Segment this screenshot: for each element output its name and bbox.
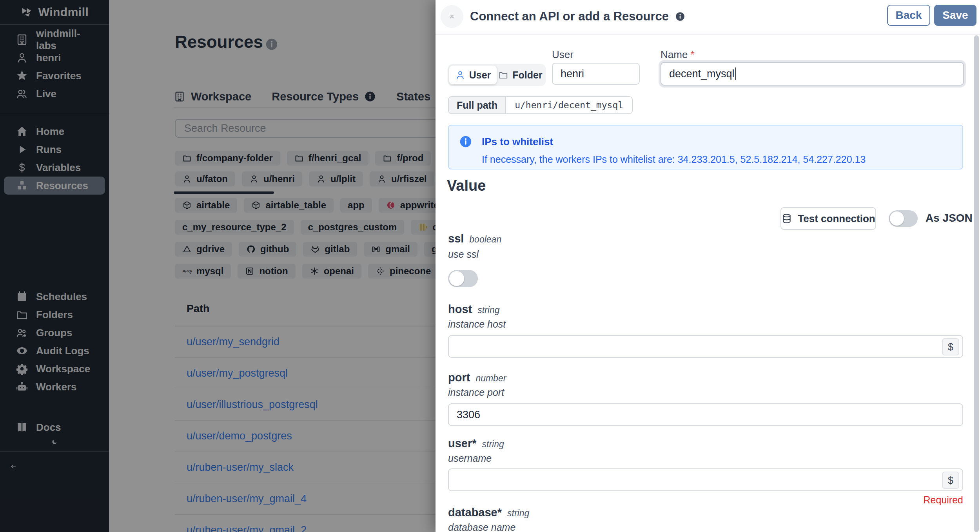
segment-label: User xyxy=(469,69,491,81)
save-button[interactable]: Save xyxy=(934,5,976,26)
field-type: number xyxy=(475,373,506,383)
field-desc-ssl: use ssl xyxy=(448,249,479,260)
field-name-port: portnumber xyxy=(448,371,506,384)
resource-name-value: decent_mysql xyxy=(669,68,735,80)
ssl-toggle[interactable] xyxy=(448,270,478,287)
field-type: string xyxy=(482,439,504,449)
info-icon xyxy=(459,135,472,148)
test-connection-label: Test connection xyxy=(798,213,875,225)
insert-variable-button[interactable]: $ xyxy=(942,338,959,355)
field-desc-port: instance port xyxy=(448,387,504,398)
full-path-label: Full path xyxy=(449,97,506,113)
close-drawer-button[interactable] xyxy=(441,5,463,28)
full-path-value: u/henri/decent_mysql xyxy=(506,97,632,113)
insert-variable-button[interactable]: $ xyxy=(942,472,959,489)
infobox-title: IPs to whitelist xyxy=(482,136,553,148)
field-type: boolean xyxy=(469,234,501,244)
field-name-ssl: sslboolean xyxy=(448,232,501,245)
as-json-toggle[interactable] xyxy=(889,210,918,227)
owner-folder-segment[interactable]: Folder xyxy=(497,66,544,84)
field-desc-host: instance host xyxy=(448,319,506,330)
database-icon xyxy=(781,213,792,224)
toggle-knob xyxy=(449,271,464,286)
value-heading: Value xyxy=(447,177,486,194)
field-name-host: hoststring xyxy=(448,303,499,316)
ips-whitelist-infobox: IPs to whitelist If necessary, the worke… xyxy=(448,125,963,169)
port-value: 3306 xyxy=(457,409,480,421)
required-asterisk: * xyxy=(497,506,502,519)
user-field-label: User xyxy=(552,49,573,61)
person-icon xyxy=(455,70,465,80)
close-icon xyxy=(449,13,455,20)
owner-kind-toggle: User Folder xyxy=(448,64,546,86)
required-asterisk: * xyxy=(691,49,695,60)
field-type: string xyxy=(477,305,499,315)
owner-user-input[interactable]: henri xyxy=(552,63,640,85)
resource-drawer: Connect an API or add a Resource Back Sa… xyxy=(436,0,980,532)
back-button[interactable]: Back xyxy=(887,5,930,26)
required-error: Required xyxy=(448,494,963,506)
required-asterisk: * xyxy=(472,437,476,450)
folder-icon xyxy=(498,70,508,80)
infobox-body: If necessary, the workers IPs to whiteli… xyxy=(482,154,866,165)
drawer-title-text: Connect an API or add a Resource xyxy=(470,9,669,24)
field-type: string xyxy=(507,508,529,518)
name-field-label: Name * xyxy=(661,49,695,61)
text-caret xyxy=(735,67,737,80)
owner-user-segment[interactable]: User xyxy=(449,66,497,84)
field-name-database: database*string xyxy=(448,506,529,519)
test-connection-button[interactable]: Test connection xyxy=(780,207,876,230)
toggle-knob xyxy=(890,211,904,226)
owner-user-value: henri xyxy=(561,68,584,80)
user-input[interactable]: $ xyxy=(448,468,963,491)
info-icon[interactable] xyxy=(675,11,685,22)
segment-label: Folder xyxy=(512,69,542,81)
windmill-app: Windmill windmill-labshenriFavoritesLive… xyxy=(0,0,980,532)
as-json-label: As JSON xyxy=(926,212,973,224)
resource-name-input[interactable]: decent_mysql xyxy=(661,62,964,86)
host-input[interactable]: $ xyxy=(448,335,963,358)
drawer-backdrop[interactable] xyxy=(0,0,436,532)
field-desc-user: username xyxy=(448,453,492,464)
field-name-user: user*string xyxy=(448,437,504,450)
field-desc-database: database name xyxy=(448,522,515,532)
drawer-scrollbar[interactable] xyxy=(974,35,979,532)
port-input[interactable]: 3306 xyxy=(448,403,963,426)
drawer-title: Connect an API or add a Resource xyxy=(470,9,685,24)
full-path-display: Full path u/henri/decent_mysql xyxy=(448,96,633,114)
